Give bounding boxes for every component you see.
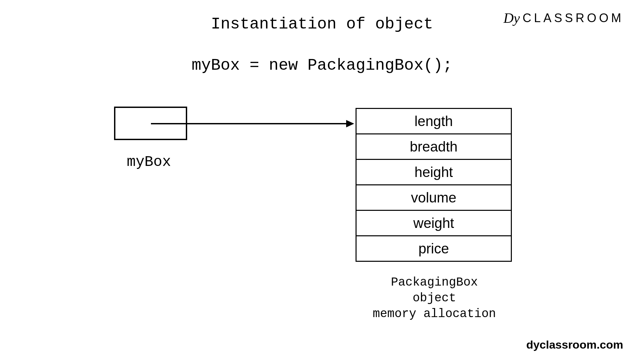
object-field-row: volume xyxy=(356,185,512,210)
brand-logo: Dy CLASSROOM xyxy=(503,10,624,26)
object-memory-table: length breadth height volume weight pric… xyxy=(356,108,512,262)
object-caption-line2: memory allocation xyxy=(373,307,496,321)
object-field-cell: price xyxy=(356,236,512,261)
code-snippet: myBox = new PackagingBox(); xyxy=(192,56,452,74)
object-field-row: length xyxy=(356,109,512,134)
object-field-cell: breadth xyxy=(356,134,512,160)
arrow-pointer xyxy=(148,112,356,135)
object-field-row: weight xyxy=(356,210,512,236)
object-field-cell: volume xyxy=(356,185,512,210)
object-caption: PackagingBox object memory allocation xyxy=(367,275,501,322)
object-field-cell: weight xyxy=(356,210,512,236)
reference-variable-label: myBox xyxy=(127,154,171,170)
svg-marker-1 xyxy=(346,120,354,127)
object-caption-line1: PackagingBox object xyxy=(391,276,478,305)
object-field-cell: length xyxy=(356,109,512,134)
brand-text: CLASSROOM xyxy=(523,11,624,25)
object-field-cell: height xyxy=(356,160,512,185)
footer-url: dyclassroom.com xyxy=(526,338,623,351)
object-field-row: height xyxy=(356,160,512,185)
brand-glyph: Dy xyxy=(503,10,520,26)
object-field-row: price xyxy=(356,236,512,261)
diagram-title: Instantiation of object xyxy=(211,15,433,33)
object-field-row: breadth xyxy=(356,134,512,160)
